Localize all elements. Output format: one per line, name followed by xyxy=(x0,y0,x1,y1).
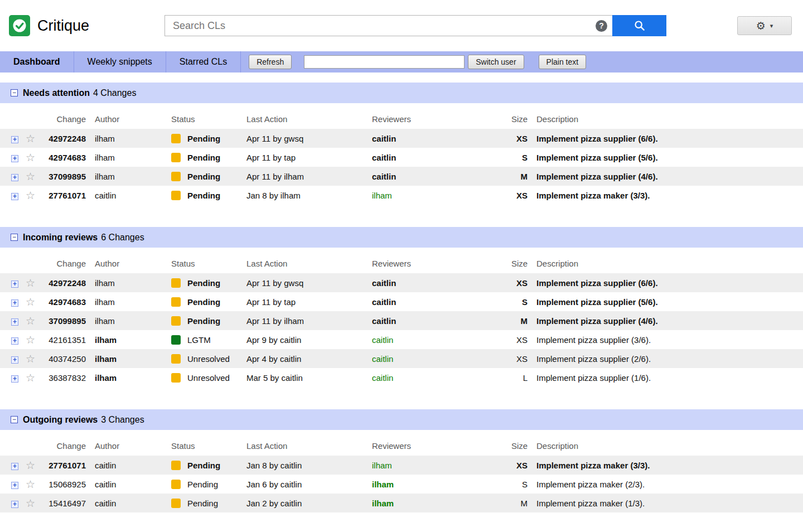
change-number[interactable]: 37099895 xyxy=(39,167,88,186)
author: caitlin xyxy=(88,456,165,475)
tab-starred-cls[interactable]: Starred CLs xyxy=(166,51,241,72)
description[interactable]: Implement pizza supplier (6/6). xyxy=(530,129,803,148)
expand-row-icon[interactable]: + xyxy=(11,501,18,508)
star-icon[interactable]: ☆ xyxy=(26,171,35,182)
star-icon[interactable]: ☆ xyxy=(26,334,35,346)
star-icon[interactable]: ☆ xyxy=(26,497,35,509)
change-number[interactable]: 42972248 xyxy=(39,129,88,148)
size: XS xyxy=(505,273,530,292)
description[interactable]: Implement pizza maker (2/3). xyxy=(530,475,803,494)
settings-button[interactable]: ⚙ ▾ xyxy=(737,16,792,35)
description[interactable]: Implement pizza maker (3/3). xyxy=(530,186,803,205)
description[interactable]: Implement pizza supplier (5/6). xyxy=(530,292,803,311)
expand-row-icon[interactable]: + xyxy=(11,356,18,364)
status-badge-pending xyxy=(171,499,181,508)
column-header-author: Author xyxy=(88,103,165,129)
status-label: Pending xyxy=(187,153,220,162)
star-icon[interactable]: ☆ xyxy=(26,133,35,144)
description[interactable]: Implement pizza supplier (2/6). xyxy=(530,349,803,368)
change-number[interactable]: 15416497 xyxy=(39,494,88,512)
expand-row-icon[interactable]: + xyxy=(11,299,18,307)
expand-row-icon[interactable]: + xyxy=(11,318,18,326)
description[interactable]: Implement pizza supplier (1/6). xyxy=(530,368,803,387)
description[interactable]: Implement pizza supplier (3/6). xyxy=(530,330,803,349)
change-number[interactable]: 42974683 xyxy=(39,148,88,167)
change-number[interactable]: 27761071 xyxy=(39,456,88,475)
description[interactable]: Implement pizza supplier (6/6). xyxy=(530,273,803,292)
collapse-section-icon[interactable]: − xyxy=(11,416,18,423)
description[interactable]: Implement pizza maker (3/3). xyxy=(530,456,803,475)
expand-row-icon[interactable]: + xyxy=(11,136,18,143)
status-badge-pending xyxy=(171,278,181,288)
column-header-author: Author xyxy=(88,248,165,273)
switch-user-button[interactable]: Switch user xyxy=(468,55,524,69)
plain-text-button[interactable]: Plain text xyxy=(539,55,587,69)
expand-row-icon[interactable]: + xyxy=(11,155,18,162)
star-icon[interactable]: ☆ xyxy=(26,478,35,490)
star-icon[interactable]: ☆ xyxy=(26,353,35,365)
collapse-section-icon[interactable]: − xyxy=(11,89,18,96)
status-badge-unresolved xyxy=(171,354,181,364)
status-label: Pending xyxy=(187,278,220,288)
expand-row-icon[interactable]: + xyxy=(11,375,18,383)
size: M xyxy=(505,167,530,186)
status-label: Pending xyxy=(187,134,220,143)
tab-weekly-snippets[interactable]: Weekly snippets xyxy=(74,51,166,72)
reviewer: caitlin xyxy=(365,330,505,349)
change-number[interactable]: 36387832 xyxy=(39,368,88,387)
reviewer: caitlin xyxy=(365,292,505,311)
expand-row-icon[interactable]: + xyxy=(11,482,18,489)
author: ilham xyxy=(88,349,165,368)
reviewer: ilham xyxy=(365,494,505,512)
author: ilham xyxy=(88,167,165,186)
critique-logo-icon xyxy=(9,15,30,36)
column-header-empty xyxy=(0,103,21,129)
app-title: Critique xyxy=(37,17,89,35)
tab-dashboard[interactable]: Dashboard xyxy=(0,51,74,72)
status-label: Pending xyxy=(187,499,218,508)
refresh-button[interactable]: Refresh xyxy=(249,55,292,69)
expand-row-icon[interactable]: + xyxy=(11,174,18,181)
nav-bar: Dashboard Weekly snippets Starred CLs Re… xyxy=(0,51,803,72)
change-number[interactable]: 42161351 xyxy=(39,330,88,349)
collapse-section-icon[interactable]: − xyxy=(11,234,18,241)
description[interactable]: Implement pizza supplier (5/6). xyxy=(530,148,803,167)
star-icon[interactable]: ☆ xyxy=(26,296,35,308)
cl-row: +☆36387832ilhamUnresolvedMar 5 by caitli… xyxy=(0,368,803,387)
star-icon[interactable]: ☆ xyxy=(26,460,35,471)
author: caitlin xyxy=(88,186,165,205)
change-number[interactable]: 42972248 xyxy=(39,273,88,292)
search-button[interactable] xyxy=(612,15,666,36)
section-title: Outgoing reviews xyxy=(23,415,98,425)
change-number[interactable]: 37099895 xyxy=(39,311,88,330)
author: ilham xyxy=(88,273,165,292)
star-icon[interactable]: ☆ xyxy=(26,372,35,384)
star-icon[interactable]: ☆ xyxy=(26,277,35,289)
status-label: Pending xyxy=(187,480,218,489)
description[interactable]: Implement pizza maker (1/3). xyxy=(530,494,803,512)
expand-row-icon[interactable]: + xyxy=(11,337,18,345)
star-icon[interactable]: ☆ xyxy=(26,190,35,201)
switch-user-input[interactable] xyxy=(304,55,465,69)
column-header-description: Description xyxy=(530,103,803,129)
size: XS xyxy=(505,349,530,368)
cl-table: ChangeAuthorStatusLast ActionReviewersSi… xyxy=(0,248,803,387)
search-input[interactable] xyxy=(165,16,596,36)
change-number[interactable]: 27761071 xyxy=(39,186,88,205)
star-icon[interactable]: ☆ xyxy=(26,315,35,327)
expand-row-icon[interactable]: + xyxy=(11,193,18,200)
star-icon[interactable]: ☆ xyxy=(26,152,35,163)
expand-row-icon[interactable]: + xyxy=(11,463,18,470)
change-number[interactable]: 15068925 xyxy=(39,475,88,494)
last-action: Apr 11 by gwsq xyxy=(240,129,365,148)
description[interactable]: Implement pizza supplier (4/6). xyxy=(530,167,803,186)
change-number[interactable]: 42974683 xyxy=(39,292,88,311)
section-count: 4 Changes xyxy=(93,88,136,98)
help-icon[interactable]: ? xyxy=(596,20,607,32)
description[interactable]: Implement pizza supplier (4/6). xyxy=(530,311,803,330)
expand-row-icon[interactable]: + xyxy=(11,280,18,288)
change-number[interactable]: 40374250 xyxy=(39,349,88,368)
column-header-reviewers: Reviewers xyxy=(365,103,505,129)
cl-row: +☆40374250ilhamUnresolvedApr 4 by caitli… xyxy=(0,349,803,368)
cl-row: +☆15416497caitlinPendingJan 2 by caitlin… xyxy=(0,494,803,512)
